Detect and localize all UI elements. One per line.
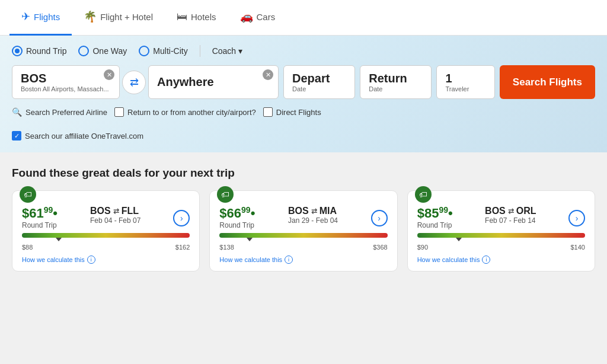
price-bar-2 bbox=[417, 233, 585, 238]
hotels-icon: 🛏 bbox=[177, 11, 187, 23]
deal-card-2[interactable]: 🏷 $8599• Round Trip BOS ⇄ ORL Feb 07 - F… bbox=[407, 190, 595, 272]
price-indicator-0 bbox=[56, 238, 62, 241]
cars-icon: 🚗 bbox=[240, 10, 253, 23]
travelers-label: Traveler bbox=[445, 85, 485, 92]
round-trip-radio bbox=[12, 46, 23, 56]
deal-arrow-2[interactable]: › bbox=[568, 210, 585, 226]
direct-flights-option[interactable]: Direct Flights bbox=[263, 107, 321, 117]
deal-price-1: $6699• bbox=[219, 205, 255, 221]
cabin-class-label: Coach bbox=[212, 46, 236, 56]
one-way-radio bbox=[78, 46, 89, 56]
search-flights-button[interactable]: Search Flights bbox=[500, 65, 595, 99]
how-calculate-1[interactable]: How we calculate this i bbox=[219, 256, 387, 264]
deal-price-0: $6199• bbox=[22, 205, 57, 221]
deal-tag-icon-2: 🏷 bbox=[415, 186, 432, 203]
tab-flight-hotel-label: Flight + Hotel bbox=[100, 12, 153, 22]
deal-dates-2: Feb 07 - Feb 14 bbox=[485, 216, 536, 225]
tab-flights[interactable]: ✈ Flights bbox=[9, 0, 72, 36]
one-way-label: One Way bbox=[92, 46, 127, 56]
deal-route-1: BOS ⇄ MIA bbox=[288, 206, 338, 216]
deal-route-0: BOS ⇄ FLL bbox=[90, 206, 140, 216]
travelers-count: 1 bbox=[445, 72, 485, 85]
deals-title: Found these great deals for your next tr… bbox=[12, 167, 595, 180]
return-date-input[interactable]: Return Date bbox=[360, 65, 432, 99]
info-icon-1: i bbox=[285, 256, 293, 264]
depart-sub: Date bbox=[292, 85, 346, 92]
search-inputs-row: ✕ BOS Boston All Airports, Massach... ⇄ … bbox=[12, 65, 595, 99]
price-indicator-1 bbox=[247, 238, 253, 241]
tab-cars[interactable]: 🚗 Cars bbox=[228, 0, 287, 36]
round-trip-label: Round Trip bbox=[26, 46, 66, 56]
deal-tag-icon-1: 🏷 bbox=[217, 186, 234, 203]
search-section: Round Trip One Way Multi-City Coach ▾ ✕ … bbox=[0, 36, 607, 152]
from-name: Boston All Airports, Massach... bbox=[21, 85, 111, 92]
price-range-2: $90 $140 bbox=[417, 244, 585, 251]
tab-flight-hotel[interactable]: 🌴 Flight + Hotel bbox=[72, 0, 165, 36]
return-sub: Date bbox=[369, 85, 423, 92]
preferred-airline-label: Search Preferred Airline bbox=[25, 108, 107, 117]
chevron-down-icon: ▾ bbox=[238, 46, 242, 56]
tab-flights-label: Flights bbox=[34, 12, 60, 22]
from-code: BOS bbox=[21, 72, 111, 85]
from-input[interactable]: ✕ BOS Boston All Airports, Massach... bbox=[12, 65, 120, 99]
tab-hotels[interactable]: 🛏 Hotels bbox=[165, 0, 228, 36]
tab-hotels-label: Hotels bbox=[191, 12, 216, 22]
deals-section: Found these great deals for your next tr… bbox=[0, 152, 607, 286]
round-trip-option[interactable]: Round Trip bbox=[12, 46, 66, 56]
search-icon: 🔍 bbox=[12, 107, 22, 117]
direct-flights-label: Direct Flights bbox=[276, 108, 321, 117]
return-another-option[interactable]: Return to or from another city/airport? bbox=[114, 107, 256, 117]
deal-arrow-1[interactable]: › bbox=[371, 210, 388, 226]
price-bar-container-1: $138 $368 bbox=[219, 233, 387, 251]
price-range-0: $88 $162 bbox=[22, 244, 190, 251]
deal-arrow-0[interactable]: › bbox=[173, 210, 190, 226]
multi-city-option[interactable]: Multi-City bbox=[139, 46, 187, 56]
deals-grid: 🏷 $6199• Round Trip BOS ⇄ FLL Feb 04 - F… bbox=[12, 190, 595, 272]
preferred-airline-option[interactable]: 🔍 Search Preferred Airline bbox=[12, 107, 107, 117]
flights-icon: ✈ bbox=[21, 10, 30, 23]
deal-card-1[interactable]: 🏷 $6699• Round Trip BOS ⇄ MIA Jan 29 - F… bbox=[209, 190, 397, 272]
depart-label: Depart bbox=[292, 72, 346, 85]
price-range-1: $138 $368 bbox=[219, 244, 387, 251]
deal-dates-1: Jan 29 - Feb 04 bbox=[288, 216, 338, 225]
return-another-label: Return to or from another city/airport? bbox=[127, 108, 256, 117]
direct-flights-checkbox bbox=[263, 107, 273, 117]
deal-price-2: $8599• bbox=[417, 205, 453, 221]
deal-top-1: $6699• Round Trip BOS ⇄ MIA Jan 29 - Feb… bbox=[219, 205, 387, 231]
clear-from-button[interactable]: ✕ bbox=[104, 69, 114, 80]
info-icon-0: i bbox=[87, 256, 95, 264]
multi-city-radio bbox=[139, 46, 149, 56]
price-bar-1 bbox=[219, 233, 387, 238]
affiliate-option[interactable]: Search our affiliate OneTravel.com bbox=[12, 131, 143, 141]
deal-route-2: BOS ⇄ ORL bbox=[485, 206, 536, 216]
clear-to-button[interactable]: ✕ bbox=[263, 69, 273, 80]
deal-type-2: Round Trip bbox=[417, 221, 453, 229]
depart-date-input[interactable]: Depart Date bbox=[283, 65, 355, 99]
how-calculate-0[interactable]: How we calculate this i bbox=[22, 256, 190, 264]
to-input[interactable]: ✕ Anywhere bbox=[148, 65, 279, 99]
cabin-class-select[interactable]: Coach ▾ bbox=[212, 46, 242, 56]
deal-type-1: Round Trip bbox=[219, 221, 255, 229]
travelers-input[interactable]: 1 Traveler bbox=[436, 65, 494, 99]
deal-type-0: Round Trip bbox=[22, 221, 57, 229]
price-bar-container-0: $88 $162 bbox=[22, 233, 190, 251]
how-calculate-2[interactable]: How we calculate this i bbox=[417, 256, 585, 264]
affiliate-label: Search our affiliate OneTravel.com bbox=[25, 132, 143, 141]
divider bbox=[200, 45, 200, 57]
price-bar-0 bbox=[22, 233, 190, 238]
search-options-row: 🔍 Search Preferred Airline Return to or … bbox=[12, 107, 595, 141]
affiliate-checkbox bbox=[12, 131, 21, 141]
multi-city-label: Multi-City bbox=[153, 46, 187, 56]
return-another-checkbox bbox=[114, 107, 124, 117]
flight-hotel-icon: 🌴 bbox=[84, 10, 97, 23]
deal-tag-icon-0: 🏷 bbox=[20, 186, 36, 203]
price-bar-container-2: $90 $140 bbox=[417, 233, 585, 251]
info-icon-2: i bbox=[482, 256, 490, 264]
trip-type-options: Round Trip One Way Multi-City Coach ▾ bbox=[12, 45, 595, 57]
swap-button[interactable]: ⇄ bbox=[122, 71, 146, 94]
deal-card-0[interactable]: 🏷 $6199• Round Trip BOS ⇄ FLL Feb 04 - F… bbox=[12, 190, 200, 272]
tab-cars-label: Cars bbox=[257, 12, 276, 22]
to-placeholder: Anywhere bbox=[157, 75, 270, 89]
one-way-option[interactable]: One Way bbox=[78, 46, 127, 56]
deal-top-2: $8599• Round Trip BOS ⇄ ORL Feb 07 - Feb… bbox=[417, 205, 585, 231]
